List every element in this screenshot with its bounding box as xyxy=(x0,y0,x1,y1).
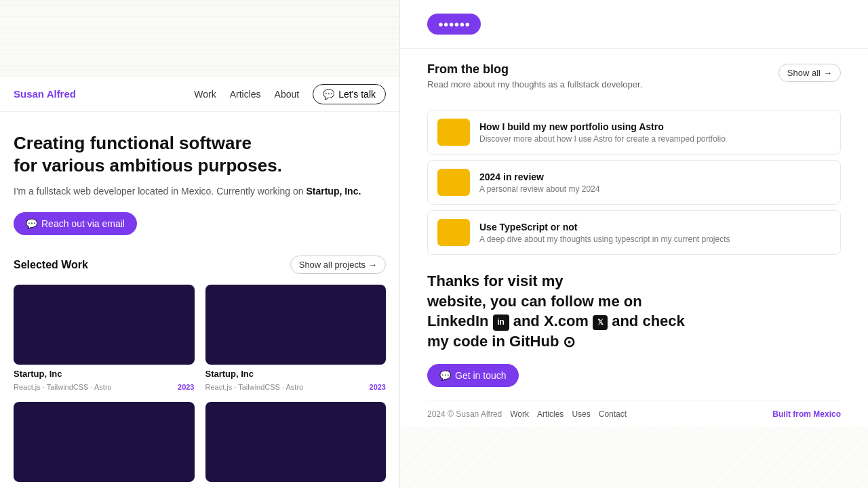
footer-nav-articles[interactable]: Articles xyxy=(537,409,564,419)
top-cta-label: ●●●●●● xyxy=(438,19,470,29)
right-bottom-decoration xyxy=(400,427,868,488)
reach-out-button[interactable]: 💬 Reach out via email xyxy=(14,212,137,235)
subtitle-company: Startup, Inc. xyxy=(306,186,361,197)
nav-link-about[interactable]: About xyxy=(275,89,300,100)
footer-nav-left: 2024 © Susan Alfred Work Articles Uses C… xyxy=(427,409,627,419)
project-year-1: 2023 xyxy=(178,383,194,391)
footer-nav-contact[interactable]: Contact xyxy=(599,409,627,419)
subtitle-pre: I'm a fullstack web developer located in… xyxy=(14,186,306,197)
linkedin-icon[interactable]: in xyxy=(493,314,509,331)
blog-thumb-1 xyxy=(437,119,470,146)
get-in-touch-button[interactable]: 💬 Get in touch xyxy=(427,364,519,387)
lets-talk-button[interactable]: 💬 Let's talk xyxy=(313,84,386,104)
arrow-right-icon: → xyxy=(368,260,377,270)
lets-talk-label: Let's talk xyxy=(338,89,376,100)
hero-banner xyxy=(0,0,399,77)
blog-post-content-3: Use TypeScript or not A deep dive about … xyxy=(479,222,730,244)
blog-post-desc-1: Discover more about how I use Astro for … xyxy=(479,134,726,144)
blog-header-text: From the blog Read more about my thought… xyxy=(427,62,642,89)
built-from-label: Built from Mexico xyxy=(772,409,841,419)
blog-posts-list: How I build my new portfolio using Astro… xyxy=(400,110,868,255)
right-panel: ●●●●●● From the blog Read more about my … xyxy=(400,0,868,488)
github-icon[interactable]: ⊙ xyxy=(563,334,575,350)
nav-logo[interactable]: Susan Alfred xyxy=(14,88,76,100)
footer-nav-uses[interactable]: Uses xyxy=(572,409,590,419)
show-all-blog-label: Show all xyxy=(787,68,821,78)
blog-header: From the blog Read more about my thought… xyxy=(427,62,841,89)
blog-section-subtitle: Read more about my thoughts as a fullsta… xyxy=(427,79,642,89)
right-top: ●●●●●● xyxy=(400,0,868,49)
reach-out-label: Reach out via email xyxy=(41,218,125,229)
footer-nav: 2024 © Susan Alfred Work Articles Uses C… xyxy=(427,401,841,427)
blog-section-title: From the blog xyxy=(427,62,642,77)
project-card-1: Startup, Inc React.js · TailwindCSS · As… xyxy=(14,285,195,391)
arrow-right-blog-icon: → xyxy=(823,68,832,78)
show-all-projects-button[interactable]: Show all projects → xyxy=(290,256,386,274)
x-icon[interactable]: 𝕏 xyxy=(593,315,608,330)
project-tags-2: React.js · TailwindCSS · Astro xyxy=(205,383,304,391)
project-tags-1: React.js · TailwindCSS · Astro xyxy=(14,383,112,391)
project-card-2: Startup, Inc React.js · TailwindCSS · As… xyxy=(205,285,387,391)
left-panel: Susan Alfred Work Articles About 💬 Let's… xyxy=(0,0,400,488)
project-year-2: 2023 xyxy=(370,383,386,391)
projects-grid: Startup, Inc React.js · TailwindCSS · As… xyxy=(14,285,386,482)
blog-post-desc-2: A personal review about my 2024 xyxy=(479,184,599,194)
get-in-touch-label: Get in touch xyxy=(455,370,507,381)
hero-subtitle: I'm a fullstack web developer located in… xyxy=(14,184,386,199)
blog-post-content-2: 2024 in review A personal review about m… xyxy=(479,171,599,194)
project-card-3 xyxy=(14,402,195,482)
nav-links: Work Articles About xyxy=(194,89,299,100)
blog-post-content-1: How I build my new portfolio using Astro… xyxy=(479,121,726,144)
show-all-projects-label: Show all projects xyxy=(299,260,366,270)
project-meta-2: React.js · TailwindCSS · Astro 2023 xyxy=(205,383,387,391)
blog-thumb-3 xyxy=(437,219,470,246)
footer-xcom-pre: and X.com xyxy=(513,312,593,329)
footer-line1: Thanks for visit mywebsite, you can foll… xyxy=(427,272,642,310)
blog-post-card-3[interactable]: Use TypeScript or not A deep dive about … xyxy=(427,210,841,255)
blog-post-title-2: 2024 in review xyxy=(479,171,599,182)
blog-post-title-3: Use TypeScript or not xyxy=(479,222,730,232)
footer-cta-text: Thanks for visit mywebsite, you can foll… xyxy=(427,271,841,352)
nav-link-work[interactable]: Work xyxy=(194,89,216,100)
show-all-blog-button[interactable]: Show all → xyxy=(778,64,841,82)
project-meta-1: React.js · TailwindCSS · Astro 2023 xyxy=(14,383,195,391)
nav-link-articles[interactable]: Articles xyxy=(230,89,261,100)
project-card-4 xyxy=(205,402,387,482)
footer-linkedin-label: LinkedIn xyxy=(427,312,493,329)
project-thumbnail-4[interactable] xyxy=(205,402,387,482)
footer-copyright: 2024 © Susan Alfred xyxy=(427,409,502,419)
footer-cta-section: Thanks for visit mywebsite, you can foll… xyxy=(400,255,868,427)
blog-thumb-2 xyxy=(437,169,470,196)
top-cta-button[interactable]: ●●●●●● xyxy=(427,14,481,35)
blog-post-card-1[interactable]: How I build my new portfolio using Astro… xyxy=(427,110,841,155)
selected-work-title: Selected Work xyxy=(14,259,88,271)
selected-work-header: Selected Work Show all projects → xyxy=(14,256,386,274)
navbar: Susan Alfred Work Articles About 💬 Let's… xyxy=(0,77,399,112)
project-name-1: Startup, Inc xyxy=(14,369,195,379)
blog-section: From the blog Read more about my thought… xyxy=(400,49,868,110)
hero-title: Creating functional softwarefor various … xyxy=(14,132,386,176)
project-name-2: Startup, Inc xyxy=(205,369,387,379)
blog-post-card-2[interactable]: 2024 in review A personal review about m… xyxy=(427,160,841,205)
blog-post-title-1: How I build my new portfolio using Astro xyxy=(479,121,726,132)
get-in-touch-icon: 💬 xyxy=(439,370,451,381)
blog-header-right: Show all → xyxy=(778,64,841,82)
project-thumbnail-3[interactable] xyxy=(14,402,195,482)
main-content: Creating functional softwarefor various … xyxy=(0,112,399,488)
project-thumbnail-2[interactable] xyxy=(205,285,387,365)
email-icon: 💬 xyxy=(26,218,37,229)
footer-nav-work[interactable]: Work xyxy=(510,409,529,419)
blog-post-desc-3: A deep dive about my thoughts using type… xyxy=(479,235,730,244)
project-thumbnail-1[interactable] xyxy=(14,285,195,365)
chat-icon: 💬 xyxy=(323,89,334,100)
